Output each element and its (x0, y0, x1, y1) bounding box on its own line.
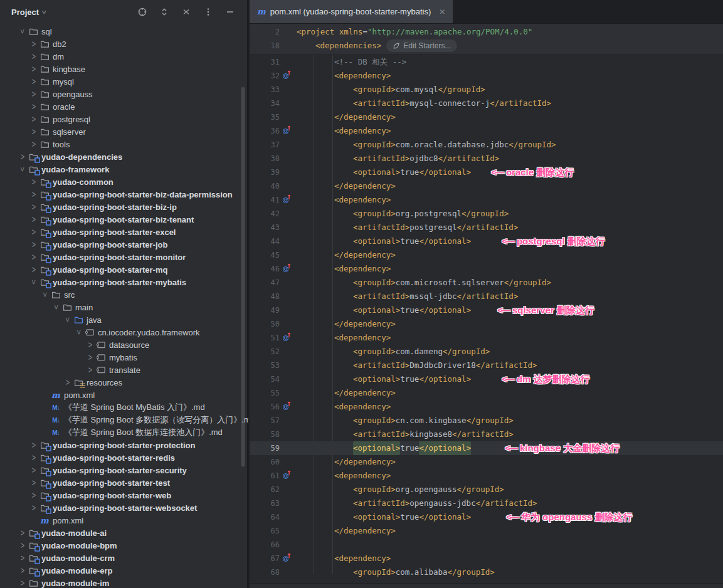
tree-item[interactable]: > yudao-dependencies (0, 150, 248, 163)
code-line[interactable]: 61 ↑ <dependency> (250, 469, 723, 483)
chevron-collapsed-icon[interactable]: > (29, 441, 39, 450)
code-line[interactable]: 52 <groupId>com.dameng</groupId> (250, 345, 723, 359)
chevron-collapsed-icon[interactable]: > (29, 127, 39, 137)
tree-item[interactable]: > src (0, 288, 248, 301)
maven-override-gutter-icon[interactable]: ↑ (283, 265, 290, 273)
chevron-collapsed-icon[interactable]: > (29, 177, 39, 187)
code-line[interactable]: 53 <artifactId>DmJdbcDriver18</artifactI… (250, 359, 723, 372)
maven-override-gutter-icon[interactable]: ↑ (283, 127, 290, 135)
chevron-collapsed-icon[interactable]: > (29, 478, 39, 488)
code-line[interactable]: 42 <groupId>org.postgresql</groupId> (250, 207, 723, 221)
chevron-expanded-icon[interactable]: > (19, 163, 26, 176)
code-line[interactable]: 36 ↑ <dependency> (250, 124, 723, 138)
chevron-collapsed-icon[interactable]: > (29, 228, 39, 237)
edit-starters-inlay[interactable]: Edit Starters... (386, 39, 457, 52)
tree-item[interactable]: > tools (0, 138, 248, 150)
code-line[interactable]: 43 <artifactId>postgresql</artifactId> (250, 221, 723, 234)
tree-scrollbar[interactable] (241, 87, 245, 467)
tree-item[interactable]: > yudao-module-im (0, 577, 248, 588)
maven-override-gutter-icon[interactable]: ↑ (283, 196, 290, 204)
maven-override-gutter-icon[interactable]: ↑ (283, 334, 290, 342)
tree-item[interactable]: > M↓ 《芋道 Spring Boot 数据库连接池入门》.md (0, 426, 248, 439)
code-line[interactable]: 47 <groupId>com.microsoft.sqlserver</gro… (250, 276, 723, 290)
chevron-collapsed-icon[interactable]: > (29, 215, 39, 224)
tree-item[interactable]: > mybatis (0, 351, 248, 364)
tab-pom-xml[interactable]: m pom.xml (yudao-spring-boot-starter-myb… (250, 0, 453, 23)
tree-item[interactable]: > yudao-spring-boot-starter-mq (0, 263, 248, 276)
code-line[interactable]: 35 </dependency> (250, 110, 723, 124)
chevron-collapsed-icon[interactable]: > (29, 52, 39, 61)
chevron-collapsed-icon[interactable]: > (29, 202, 39, 212)
tree-item[interactable]: > M↓ 《芋道 Spring Boot MyBatis 入门》.md (0, 401, 248, 414)
chevron-collapsed-icon[interactable]: > (29, 265, 39, 275)
code-line[interactable]: 41 ↑ <dependency> (250, 193, 723, 207)
maven-override-gutter-icon[interactable]: ↑ (283, 555, 290, 562)
code-line[interactable]: 38 <artifactId>ojdbc8</artifactId> (250, 152, 723, 165)
tree-item[interactable]: > oracle (0, 100, 248, 113)
tree-item[interactable]: > java (0, 313, 248, 326)
code-line[interactable]: 54 <optional>true</optional><—dm 达梦删除这行 (250, 372, 723, 386)
tree-item[interactable]: > m pom.xml (0, 514, 248, 527)
code-line[interactable]: 50 </dependency> (250, 317, 723, 331)
tree-item[interactable]: > sqlserver (0, 125, 248, 138)
chevron-expanded-icon[interactable]: > (75, 326, 83, 339)
code-line[interactable]: 37 <groupId>com.oracle.database.jdbc</gr… (250, 138, 723, 152)
hide-icon[interactable] (222, 4, 238, 20)
chevron-collapsed-icon[interactable]: > (29, 240, 39, 249)
code-line[interactable]: 49 <optional>true</optional><—sqlserver … (250, 303, 723, 317)
tree-item[interactable]: > main (0, 301, 248, 313)
tree-item[interactable]: > yudao-spring-boot-starter-monitor (0, 251, 248, 263)
tree-item[interactable]: > yudao-spring-boot-starter-job (0, 238, 248, 251)
maven-override-gutter-icon[interactable]: ↑ (283, 403, 290, 411)
code-line[interactable]: 33 <groupId>com.mysql</groupId> (250, 83, 723, 97)
chevron-collapsed-icon[interactable]: > (29, 491, 39, 500)
tree-item[interactable]: > yudao-spring-boot-starter-excel (0, 226, 248, 238)
code-line[interactable]: 18 <dependencies>Edit Starters... (250, 39, 723, 53)
code-line[interactable]: 34 <artifactId>mysql-connector-j</artifa… (250, 97, 723, 110)
tree-item[interactable]: > yudao-module-ai (0, 527, 248, 539)
tree-item[interactable]: > yudao-spring-boot-starter-redis (0, 451, 248, 464)
code-line[interactable]: 64 <optional>true</optional><—华为 opengau… (250, 510, 723, 524)
tree-item[interactable]: > m pom.xml (0, 389, 248, 401)
tree-item[interactable]: > resources (0, 376, 248, 389)
tree-item[interactable]: > yudao-spring-boot-starter-security (0, 464, 248, 476)
tree-item[interactable]: > yudao-module-bpm (0, 539, 248, 552)
chevron-collapsed-icon[interactable]: > (29, 453, 39, 463)
code-line[interactable]: 66 (250, 538, 723, 552)
tree-item[interactable]: > yudao-spring-boot-starter-websocket (0, 501, 248, 514)
code-line[interactable]: 51 ↑ <dependency> (250, 331, 723, 345)
chevron-expanded-icon[interactable]: > (53, 301, 60, 313)
maven-override-gutter-icon[interactable]: ↑ (283, 72, 290, 80)
chevron-collapsed-icon[interactable]: > (18, 152, 28, 162)
chevron-collapsed-icon[interactable]: > (29, 102, 39, 112)
tree-item[interactable]: > yudao-module-erp (0, 564, 248, 577)
more-options-icon[interactable] (200, 4, 216, 20)
expand-all-icon[interactable] (156, 4, 172, 20)
chevron-collapsed-icon[interactable]: > (18, 566, 28, 575)
chevron-expanded-icon[interactable]: > (19, 25, 26, 38)
code-line[interactable]: 65 </dependency> (250, 524, 723, 538)
code-line[interactable]: 40 </dependency> (250, 179, 723, 193)
chevron-collapsed-icon[interactable]: > (29, 503, 39, 513)
tree-item[interactable]: > M↓ 《芋道 Spring Boot 多数据源（读写分离）入门》.md (0, 414, 248, 426)
chevron-expanded-icon[interactable]: > (64, 313, 71, 326)
code-line[interactable]: 60 </dependency> (250, 455, 723, 469)
code-line[interactable]: 32 ↑ <dependency> (250, 69, 723, 83)
tree-item[interactable]: > dm (0, 50, 248, 63)
chevron-collapsed-icon[interactable]: > (29, 190, 39, 199)
code-line[interactable]: 48 <artifactId>mssql-jdbc</artifactId> (250, 290, 723, 303)
code-line[interactable]: 46 ↑ <dependency> (250, 262, 723, 276)
tree-item[interactable]: > opengauss (0, 88, 248, 100)
chevron-collapsed-icon[interactable]: > (29, 466, 39, 475)
chevron-collapsed-icon[interactable]: > (29, 39, 39, 49)
chevron-collapsed-icon[interactable]: > (85, 340, 95, 350)
code-line[interactable]: 55 </dependency> (250, 386, 723, 400)
chevron-collapsed-icon[interactable]: > (29, 115, 39, 124)
project-panel-title[interactable]: Project (11, 8, 39, 17)
chevron-collapsed-icon[interactable]: > (85, 353, 95, 362)
tree-item[interactable]: > postgresql (0, 113, 248, 125)
tree-item[interactable]: > yudao-spring-boot-starter-biz-tenant (0, 213, 248, 226)
tree-item[interactable]: > yudao-spring-boot-starter-test (0, 476, 248, 489)
code-line[interactable]: 39 <optional>true</optional><—oracle 删除这… (250, 165, 723, 179)
chevron-collapsed-icon[interactable]: > (18, 528, 28, 538)
